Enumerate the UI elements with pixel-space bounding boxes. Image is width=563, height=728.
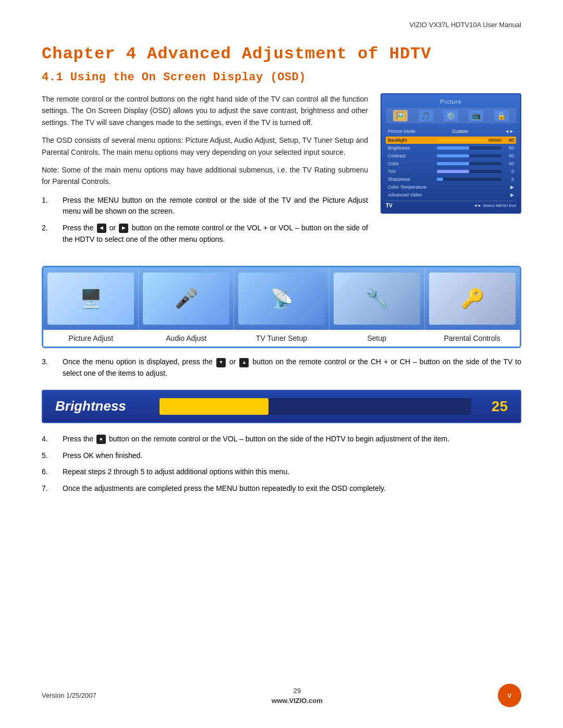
footer-page-number: 29 — [272, 687, 323, 695]
osd-tint-bar — [437, 170, 501, 173]
footer-version: Version 1/25/2007 — [42, 692, 96, 699]
osd-backlight-label: Backlight — [388, 138, 435, 143]
osd-bottom-nav: ◄► Select MENU Exit — [473, 203, 516, 208]
picture-adjust-image: 🖥️ — [47, 273, 134, 325]
osd-brightness-label: Brightness — [388, 145, 435, 151]
intro-note: Note: Some of the main menu options may … — [42, 164, 368, 188]
brightness-track — [160, 398, 471, 415]
osd-row-color: Color 50 — [386, 160, 516, 167]
osd-row-tint: Tint 0 — [386, 168, 516, 175]
osd-icon-setup: ⚙️ — [444, 110, 458, 121]
osd-colortemp-label: Color Temperature — [388, 184, 435, 190]
osd-brightness-bar — [437, 146, 501, 150]
menu-label-picture: Picture Adjust — [43, 334, 139, 342]
right-button-icon — [119, 224, 128, 233]
osd-bottom: TV ◄► Select MENU Exit — [386, 201, 516, 208]
step-3-num: 3. — [42, 356, 63, 379]
osd-contrast-bar — [437, 154, 501, 157]
osd-color-val: 50 — [504, 161, 514, 166]
osd-icon-audio: 🎵 — [419, 110, 433, 121]
brightness-label: Brightness — [55, 398, 149, 414]
step-6-text: Repeat steps 2 through 5 to adjust addit… — [63, 466, 289, 478]
brightness-value: 25 — [482, 398, 508, 415]
osd-row-contrast: Contrast 50 — [386, 152, 516, 159]
osd-advvideo-arrow: ▶ — [504, 192, 514, 198]
step-6: 6. Repeat steps 2 through 5 to adjust ad… — [42, 466, 521, 478]
osd-row-brightness: Brightness 50 — [386, 144, 516, 152]
menu-labels-row: Picture Adjust Audio Adjust TV Tuner Set… — [43, 330, 520, 347]
osd-tint-val: 0 — [504, 169, 514, 174]
step-7-num: 7. — [42, 483, 63, 495]
osd-brightness-val: 50 — [504, 145, 514, 151]
down-button-icon — [216, 358, 226, 367]
step-5: 5. Press OK when finished. — [42, 450, 521, 462]
menu-item-parental: 🔑 — [425, 267, 520, 330]
step-3-text: Once the menu option is displayed, press… — [63, 356, 521, 379]
menu-item-audio: 🎤 — [139, 267, 234, 330]
steps-list: 1. Press the MENU button on the remote c… — [42, 195, 368, 245]
osd-row-sharpness: Sharpness 5 — [386, 176, 516, 183]
osd-mode-arrow: ◄► — [505, 129, 514, 134]
osd-color-label: Color — [388, 161, 435, 166]
step-4: 4. Press the button on the remote contro… — [42, 434, 521, 445]
step-3: 3. Once the menu option is displayed, pr… — [42, 356, 521, 379]
intro-para-2: The OSD consists of several menu options… — [42, 134, 368, 158]
menu-item-setup: 🔧 — [329, 267, 425, 330]
osd-mode-label: Picture Mode — [388, 129, 415, 134]
osd-row-colortemp: Color Temperature ▶ — [386, 183, 516, 191]
osd-sharpness-val: 5 — [504, 177, 514, 182]
menu-label-setup: Setup — [329, 334, 424, 342]
osd-tint-label: Tint — [388, 169, 435, 174]
osd-row-backlight: Backlight 80 — [386, 137, 516, 144]
step-4-num: 4. — [42, 434, 63, 445]
osd-contrast-val: 50 — [504, 153, 514, 158]
menu-label-audio: Audio Adjust — [139, 334, 234, 342]
left-button-icon — [97, 224, 106, 233]
steps-4-7-list: 4. Press the button on the remote contro… — [42, 434, 521, 495]
menu-label-parental: Parental Controls — [424, 334, 520, 342]
section-title: 4.1 Using the On Screen Display (OSD) — [42, 71, 521, 84]
up-button-icon — [239, 358, 249, 367]
step-3-list: 3. Once the menu option is displayed, pr… — [42, 356, 521, 379]
parental-controls-image: 🔑 — [429, 273, 516, 325]
vizio-logo: V — [498, 684, 521, 707]
brightness-fill — [160, 398, 268, 415]
page-footer: Version 1/25/2007 29 www.VIZIO.com V — [42, 684, 521, 707]
osd-icon-picture: 🖼️ — [393, 110, 408, 121]
square-button-icon — [96, 435, 106, 444]
step-7: 7. Once the adjustments are completed pr… — [42, 483, 521, 495]
osd-sharpness-label: Sharpness — [388, 177, 435, 182]
tv-tuner-image: 📡 — [238, 273, 325, 325]
brightness-slider — [160, 398, 471, 415]
audio-adjust-image: 🎤 — [143, 273, 229, 325]
step-7-text: Once the adjustments are completed press… — [63, 483, 386, 495]
step-6-num: 6. — [42, 466, 63, 478]
osd-backlight-bar — [437, 139, 501, 142]
footer-center: 29 www.VIZIO.com — [272, 687, 323, 705]
osd-panel-title: Picture — [386, 98, 516, 105]
osd-panel: Picture 🖼️ 🎵 ⚙️ 📺 🔒 Picture Mode Custom … — [381, 93, 521, 214]
menu-strip: 🖥️ 🎤 📡 🔧 🔑 Picture Adjust Audio Adjust T… — [42, 266, 521, 348]
osd-color-bar — [437, 162, 501, 165]
osd-icon-parental: 🔒 — [494, 110, 509, 121]
osd-contrast-label: Contrast — [388, 153, 435, 158]
step-5-text: Press OK when finished. — [63, 450, 142, 462]
step-1-num: 1. — [42, 195, 63, 217]
osd-mode-value: Custom — [452, 129, 468, 134]
step-1: 1. Press the MENU button on the remote c… — [42, 195, 368, 217]
step-2-num: 2. — [42, 223, 63, 245]
menu-item-picture: 🖥️ — [43, 267, 139, 330]
osd-backlight-val: 80 — [504, 138, 514, 143]
step-4-text: Press the button on the remote control o… — [63, 434, 449, 445]
intro-para-1: The remote control or the control button… — [42, 93, 368, 128]
step-1-text: Press the MENU button on the remote cont… — [63, 195, 368, 217]
menu-strip-images: 🖥️ 🎤 📡 🔧 🔑 — [43, 267, 520, 330]
footer-website: www.VIZIO.com — [272, 697, 323, 705]
osd-advvideo-label: Advanced Video — [388, 192, 435, 198]
setup-image: 🔧 — [334, 273, 420, 325]
osd-row-advvideo: Advanced Video ▶ — [386, 191, 516, 199]
osd-colortemp-arrow: ▶ — [504, 184, 514, 190]
menu-item-tuner: 📡 — [234, 267, 329, 330]
chapter-title: Chapter 4 Advanced Adjustment of HDTV — [42, 44, 521, 64]
osd-icon-tuner: 📺 — [469, 110, 483, 121]
